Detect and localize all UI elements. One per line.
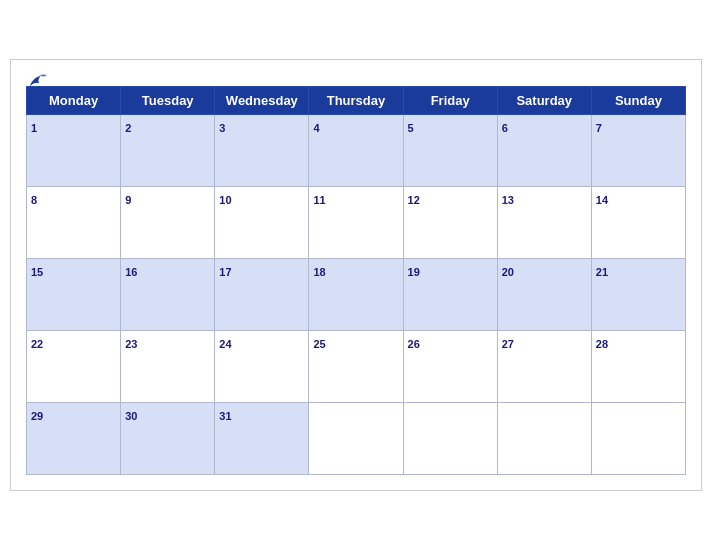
calendar-header (26, 70, 686, 78)
day-number: 7 (596, 122, 602, 134)
day-cell (497, 403, 591, 475)
day-number: 8 (31, 194, 37, 206)
day-number: 13 (502, 194, 514, 206)
day-cell: 16 (121, 259, 215, 331)
day-number: 28 (596, 338, 608, 350)
day-number: 22 (31, 338, 43, 350)
day-number: 14 (596, 194, 608, 206)
header-wednesday: Wednesday (215, 87, 309, 115)
day-number: 24 (219, 338, 231, 350)
day-cell: 19 (403, 259, 497, 331)
day-cell: 8 (27, 187, 121, 259)
day-cell: 18 (309, 259, 403, 331)
day-cell: 27 (497, 331, 591, 403)
day-cell: 26 (403, 331, 497, 403)
header-sunday: Sunday (591, 87, 685, 115)
day-number: 15 (31, 266, 43, 278)
day-number: 16 (125, 266, 137, 278)
day-number: 11 (313, 194, 325, 206)
calendar-wrapper: Monday Tuesday Wednesday Thursday Friday… (10, 59, 702, 491)
week-row-5: 293031 (27, 403, 686, 475)
day-number: 25 (313, 338, 325, 350)
day-cell (591, 403, 685, 475)
day-number: 27 (502, 338, 514, 350)
day-number: 26 (408, 338, 420, 350)
day-cell: 20 (497, 259, 591, 331)
week-row-1: 1234567 (27, 115, 686, 187)
day-cell: 7 (591, 115, 685, 187)
day-number: 10 (219, 194, 231, 206)
day-number: 20 (502, 266, 514, 278)
day-cell: 28 (591, 331, 685, 403)
day-number: 6 (502, 122, 508, 134)
day-number: 31 (219, 410, 231, 422)
calendar-table: Monday Tuesday Wednesday Thursday Friday… (26, 86, 686, 475)
day-number: 9 (125, 194, 131, 206)
day-cell: 13 (497, 187, 591, 259)
header-friday: Friday (403, 87, 497, 115)
day-cell: 12 (403, 187, 497, 259)
day-cell: 14 (591, 187, 685, 259)
day-number: 17 (219, 266, 231, 278)
day-number: 12 (408, 194, 420, 206)
header-saturday: Saturday (497, 87, 591, 115)
day-cell: 9 (121, 187, 215, 259)
day-number: 21 (596, 266, 608, 278)
day-cell: 31 (215, 403, 309, 475)
day-cell: 1 (27, 115, 121, 187)
day-cell: 10 (215, 187, 309, 259)
day-cell: 11 (309, 187, 403, 259)
day-cell: 2 (121, 115, 215, 187)
day-cell: 3 (215, 115, 309, 187)
day-number: 29 (31, 410, 43, 422)
day-number: 19 (408, 266, 420, 278)
day-cell: 25 (309, 331, 403, 403)
day-cell: 17 (215, 259, 309, 331)
day-cell: 15 (27, 259, 121, 331)
day-cell: 4 (309, 115, 403, 187)
day-cell: 5 (403, 115, 497, 187)
week-row-3: 15161718192021 (27, 259, 686, 331)
week-row-4: 22232425262728 (27, 331, 686, 403)
day-number: 30 (125, 410, 137, 422)
day-cell: 24 (215, 331, 309, 403)
day-cell: 30 (121, 403, 215, 475)
day-cell (309, 403, 403, 475)
day-cell: 21 (591, 259, 685, 331)
day-cell: 23 (121, 331, 215, 403)
day-number: 2 (125, 122, 131, 134)
day-number: 23 (125, 338, 137, 350)
day-cell: 6 (497, 115, 591, 187)
header-tuesday: Tuesday (121, 87, 215, 115)
logo-bird-icon (26, 70, 48, 92)
day-cell: 22 (27, 331, 121, 403)
weekday-header-row: Monday Tuesday Wednesday Thursday Friday… (27, 87, 686, 115)
logo-area (26, 70, 52, 92)
day-number: 5 (408, 122, 414, 134)
day-cell: 29 (27, 403, 121, 475)
day-number: 1 (31, 122, 37, 134)
week-row-2: 891011121314 (27, 187, 686, 259)
day-cell (403, 403, 497, 475)
day-number: 3 (219, 122, 225, 134)
day-number: 4 (313, 122, 319, 134)
day-number: 18 (313, 266, 325, 278)
header-thursday: Thursday (309, 87, 403, 115)
